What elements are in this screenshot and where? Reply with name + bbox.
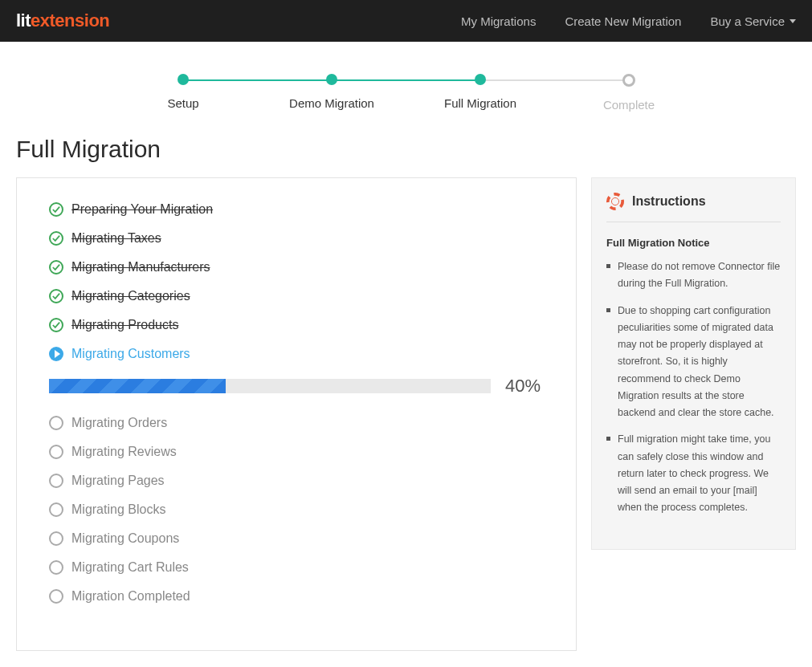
task-item-pending: Migrating Cart Rules bbox=[49, 560, 544, 575]
page-content: Full Migration Preparing Your Migration … bbox=[0, 136, 812, 667]
checkmark-icon bbox=[49, 202, 63, 217]
logo-part2: extension bbox=[31, 10, 109, 31]
task-label: Migrating Reviews bbox=[71, 445, 177, 459]
task-label: Migrating Customers bbox=[71, 347, 190, 361]
task-label: Migrating Orders bbox=[71, 416, 167, 430]
progress-row: 40% bbox=[49, 376, 544, 397]
task-item-done: Migrating Taxes bbox=[49, 231, 544, 246]
progress-bar bbox=[49, 379, 491, 393]
step-dot-icon bbox=[622, 74, 635, 87]
notice-title: Full Migration Notice bbox=[606, 237, 781, 249]
notice-item: Full migration might take time, you can … bbox=[606, 431, 781, 516]
circle-icon bbox=[49, 502, 63, 517]
task-list: Preparing Your Migration Migrating Taxes… bbox=[49, 202, 544, 604]
migration-tasks-panel: Preparing Your Migration Migrating Taxes… bbox=[16, 177, 577, 651]
task-label: Migrating Taxes bbox=[71, 231, 161, 246]
task-label: Migrating Cart Rules bbox=[71, 560, 189, 575]
task-item-pending: Migrating Orders bbox=[49, 416, 544, 430]
play-icon bbox=[49, 347, 63, 361]
circle-icon bbox=[49, 416, 63, 430]
checkmark-icon bbox=[49, 231, 63, 246]
content-row: Preparing Your Migration Migrating Taxes… bbox=[16, 177, 796, 651]
task-label: Migrating Products bbox=[71, 318, 178, 332]
checkmark-icon bbox=[49, 289, 63, 303]
caret-down-icon bbox=[790, 19, 796, 23]
progress-percent: 40% bbox=[505, 376, 544, 397]
nav-my-migrations[interactable]: My Migrations bbox=[461, 14, 536, 28]
task-item-pending: Migrating Reviews bbox=[49, 445, 544, 459]
instructions-title: Instructions bbox=[632, 194, 706, 209]
nav-links: My Migrations Create New Migration Buy a… bbox=[461, 14, 796, 28]
task-item-pending: Migrating Pages bbox=[49, 474, 544, 488]
task-item-current: Migrating Customers bbox=[49, 347, 544, 361]
task-item-done: Migrating Categories bbox=[49, 289, 544, 303]
circle-icon bbox=[49, 445, 63, 459]
notice-item: Please do not remove Connector file duri… bbox=[606, 258, 781, 293]
svg-point-0 bbox=[608, 194, 622, 209]
notice-list: Please do not remove Connector file duri… bbox=[606, 258, 781, 517]
nav-create-new-migration[interactable]: Create New Migration bbox=[565, 14, 681, 28]
step-dot-icon bbox=[326, 74, 337, 85]
step-label: Full Migration bbox=[444, 96, 516, 110]
circle-icon bbox=[49, 531, 63, 546]
task-label: Migrating Pages bbox=[71, 474, 165, 488]
step-connector bbox=[480, 79, 629, 81]
step-label: Demo Migration bbox=[289, 96, 374, 110]
task-item-done: Preparing Your Migration bbox=[49, 202, 544, 217]
circle-icon bbox=[49, 589, 63, 604]
instructions-panel: Instructions Full Migration Notice Pleas… bbox=[591, 177, 796, 550]
navbar: litextension My Migrations Create New Mi… bbox=[0, 0, 812, 42]
nav-buy-a-service-label: Buy a Service bbox=[710, 14, 785, 28]
task-label: Migrating Manufacturers bbox=[71, 260, 210, 275]
nav-buy-a-service[interactable]: Buy a Service bbox=[710, 14, 796, 28]
logo[interactable]: litextension bbox=[16, 10, 109, 31]
task-item-pending: Migration Completed bbox=[49, 589, 544, 604]
task-label: Migrating Categories bbox=[71, 289, 190, 303]
task-item-pending: Migrating Blocks bbox=[49, 502, 544, 517]
task-item-done: Migrating Products bbox=[49, 318, 544, 332]
step-connector bbox=[332, 79, 480, 81]
task-label: Migrating Coupons bbox=[71, 531, 179, 546]
circle-icon bbox=[49, 560, 63, 575]
notice-item: Due to shopping cart configuration pecul… bbox=[606, 303, 781, 422]
step-connector bbox=[183, 79, 332, 81]
step-setup: Setup bbox=[109, 74, 258, 110]
task-label: Migrating Blocks bbox=[71, 502, 165, 517]
step-dot-icon bbox=[475, 74, 486, 85]
checkmark-icon bbox=[49, 318, 63, 332]
progress-fill bbox=[49, 379, 226, 393]
task-item-pending: Migrating Coupons bbox=[49, 531, 544, 546]
logo-part1: lit bbox=[16, 10, 31, 31]
task-label: Preparing Your Migration bbox=[71, 202, 213, 217]
task-label: Migration Completed bbox=[71, 589, 190, 604]
step-dot-icon bbox=[177, 74, 189, 85]
step-label: Setup bbox=[167, 96, 198, 110]
progress-stepper: Setup Demo Migration Full Migration Comp… bbox=[93, 74, 720, 112]
page-title: Full Migration bbox=[16, 136, 796, 163]
step-label: Complete bbox=[603, 98, 655, 112]
task-item-done: Migrating Manufacturers bbox=[49, 260, 544, 275]
circle-icon bbox=[49, 474, 63, 488]
instructions-header: Instructions bbox=[606, 193, 781, 222]
checkmark-icon bbox=[49, 260, 63, 275]
lifebuoy-icon bbox=[606, 193, 624, 210]
svg-point-1 bbox=[611, 197, 618, 205]
